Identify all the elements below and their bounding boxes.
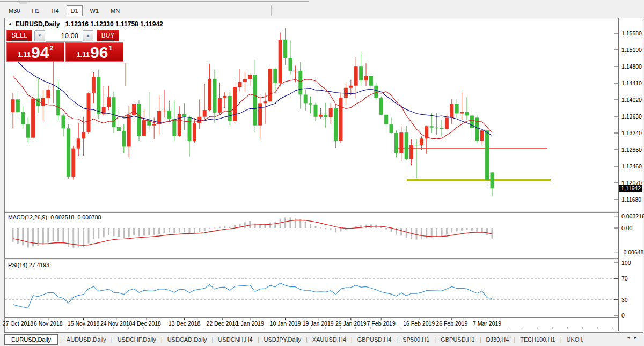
price-axis-label: 1.14410: [621, 80, 642, 86]
date-axis-label: 27 Oct 2018: [3, 320, 33, 327]
chart-ohlc-values: 1.12316 1.12330 1.11758 1.11942: [65, 20, 163, 28]
date-axis-label: 26 Feb 2019: [436, 320, 467, 327]
buy-button[interactable]: BUY: [97, 30, 119, 41]
price-axis-label: 1.14800: [621, 63, 642, 70]
volume-input[interactable]: 10.00: [46, 30, 82, 42]
sell-button[interactable]: SELL: [6, 30, 32, 41]
chart-tab-usdcad-daily[interactable]: USDCAD,Daily: [163, 335, 212, 344]
macd-axis-label: 0.00: [621, 225, 632, 231]
date-axis-label: 6 Nov 2018: [34, 320, 63, 327]
date-axis-label: 4 Dec 2018: [132, 320, 161, 327]
date-axis-label: 24 Nov 2018: [100, 320, 133, 327]
sell-price-pip: 2: [49, 44, 53, 52]
chart-tab-tech100-h1[interactable]: TECH100,H1: [515, 335, 560, 344]
chart-tab-usdchf-daily[interactable]: USDCHF,Daily: [113, 335, 161, 344]
chart-tab-gbpusd-h4[interactable]: GBPUSD,H4: [353, 335, 397, 344]
price-axis-label: 1.13240: [621, 130, 642, 136]
macd-axis-label: -0.006485: [621, 249, 644, 255]
timeframe-button-m30[interactable]: M30: [4, 5, 24, 16]
chart-window: 1.11942 ▲EURUSD,Daily1.12316 1.12330 1.1…: [4, 18, 643, 333]
chart-title: ▲EURUSD,Daily1.12316 1.12330 1.11758 1.1…: [8, 20, 163, 28]
collapse-panel-icon[interactable]: ▲: [8, 21, 12, 26]
date-axis-label: 19 Jan 2019: [303, 320, 334, 327]
price-axis-label: 1.15580: [621, 30, 642, 36]
date-axis-label: 7 Mar 2019: [473, 320, 501, 327]
current-price-badge: 1.11942: [619, 185, 642, 192]
time-axis-line: [5, 317, 642, 318]
timeframe-button-mn[interactable]: MN: [106, 5, 124, 16]
macd-signal-line: [13, 220, 492, 245]
chart-tab-ukoil[interactable]: UKOil,: [562, 335, 589, 344]
mt4-terminal: M30H1H4D1W1MN 1.11942 ▲EURUSD,Daily1.123…: [0, 0, 644, 346]
ma-slow-line: [13, 58, 492, 136]
timeframe-button-h1[interactable]: H1: [27, 5, 43, 16]
buy-button-label: BUY: [101, 32, 115, 40]
sell-price-prefix: 1.11: [17, 50, 31, 58]
date-axis-label: 13 Dec 2018: [169, 320, 201, 327]
date-axis-label: 29 Jan 2019: [335, 320, 367, 327]
rsi-axis-label: 100: [621, 260, 631, 266]
ma-fast-line: [13, 76, 492, 139]
tab-scroll-right-icon[interactable]: ▸: [634, 335, 641, 340]
price-axis-label: 1.15190: [621, 47, 642, 53]
timeframe-button-w1[interactable]: W1: [86, 5, 104, 16]
date-axis-label: 1 Jan 2019: [236, 320, 264, 327]
chevron-up-icon: ▲: [86, 33, 90, 38]
one-click-trade-panel: SELL ▼ 10.00 ▲ BUY 1.11 94 2 1.11 96 1: [5, 30, 123, 64]
price-axis-label: 1.11680: [621, 196, 641, 203]
sell-price-main: 94: [31, 46, 49, 60]
chart-tab-xauusd-h4[interactable]: XAUUSD,H4: [308, 335, 351, 344]
toolbar-edge-line: [0, 1, 309, 2]
tab-scroll-left-icon[interactable]: ◂: [627, 335, 634, 340]
date-axis-label: 7 Feb 2019: [367, 320, 396, 327]
timeframe-toolbar: M30H1H4D1W1MN: [0, 4, 644, 17]
tab-scroll-arrows: ◂▸: [627, 335, 641, 340]
date-axis-label: 16 Feb 2019: [403, 320, 435, 327]
timeframe-button-h4[interactable]: H4: [47, 5, 63, 16]
chart-symbol-label: EURUSD,Daily: [16, 20, 60, 28]
price-axis-label: 1.13630: [621, 113, 642, 120]
toolbar-separator: [271, 5, 272, 16]
macd-axis-label: 0.003216: [621, 213, 644, 219]
rsi-axis-label: 0: [621, 312, 625, 319]
chart-tab-usdjpy-daily[interactable]: USDJPY,Daily: [259, 335, 306, 344]
volume-increase-button[interactable]: ▲: [83, 30, 93, 41]
date-axis-label: 22 Dec 2018: [206, 320, 238, 327]
symbol-tab-bar: EURUSD,Daily|AUDUSD,Daily|USDCHF,Daily|U…: [0, 333, 644, 346]
buy-price-prefix: 1.11: [76, 50, 90, 58]
chart-tab-audusd-daily[interactable]: AUDUSD,Daily: [62, 335, 111, 344]
date-axis-label: 15 Nov 2018: [68, 320, 100, 327]
timeframe-button-d1[interactable]: D1: [67, 5, 83, 16]
chart-tab-usdcnh-h4[interactable]: USDCNH,H4: [213, 335, 257, 344]
date-axis-label: 10 Jan 2019: [270, 320, 301, 327]
price-axis-label: 1.14020: [621, 97, 642, 103]
chart-tab-sp500-h1[interactable]: SP500,H1: [398, 335, 434, 344]
macd-label: MACD(12,26,9) -0.002518 -0.000788: [8, 214, 101, 220]
rsi-line: [13, 283, 492, 308]
price-macd-splitter[interactable]: [5, 211, 642, 213]
rsi-axis-label: 70: [621, 275, 628, 282]
chevron-down-icon: ▼: [38, 33, 42, 38]
price-axis-label: 1.12850: [621, 146, 642, 153]
price-axis-label: 1.12460: [621, 163, 642, 170]
buy-price-quote[interactable]: 1.11 96 1: [65, 42, 123, 62]
rsi-axis-label: 30: [621, 297, 628, 303]
chart-tab-gbpusd-h1[interactable]: GBPUSD,H1: [436, 335, 480, 344]
horizontal-lines: [396, 149, 551, 180]
sell-price-quote[interactable]: 1.11 94 2: [6, 42, 64, 62]
chart-tab-eurusd-daily[interactable]: EURUSD,Daily: [4, 334, 58, 345]
chart-tab-dj30-h4[interactable]: DJ30,H4: [481, 335, 514, 344]
macd-rsi-splitter[interactable]: [5, 258, 642, 260]
chart-canvas[interactable]: [5, 18, 618, 331]
top-toolbar-strip: [0, 0, 644, 4]
buy-price-pip: 1: [108, 44, 112, 52]
macd-histogram: [12, 217, 493, 247]
buy-price-main: 96: [90, 46, 108, 60]
volume-decrease-button[interactable]: ▼: [34, 30, 45, 41]
axis-separator: [618, 18, 619, 331]
rsi-label: RSI(14) 27.4193: [8, 262, 49, 268]
sell-button-label: SELL: [11, 32, 27, 40]
